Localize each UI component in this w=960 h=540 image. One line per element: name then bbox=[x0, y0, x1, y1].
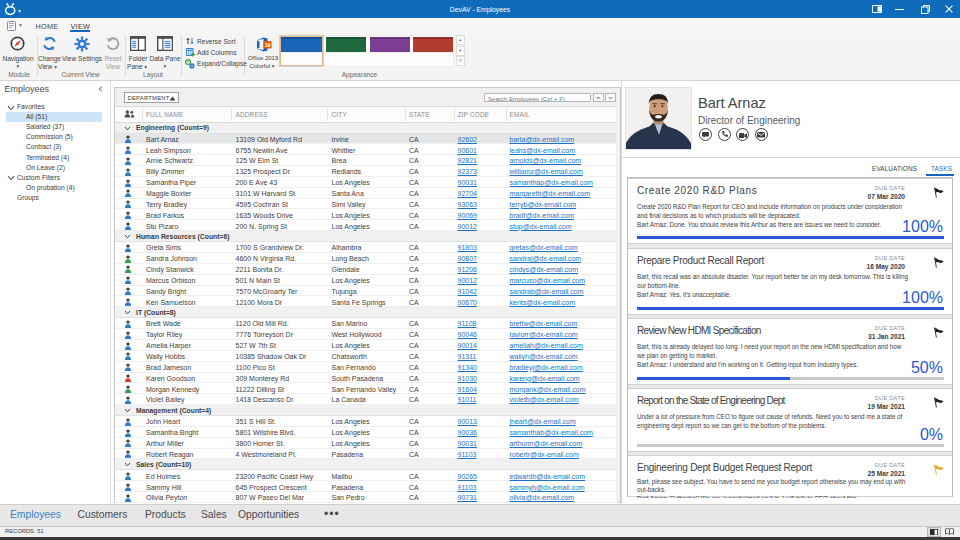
svg-text:19: 19 bbox=[265, 42, 271, 48]
